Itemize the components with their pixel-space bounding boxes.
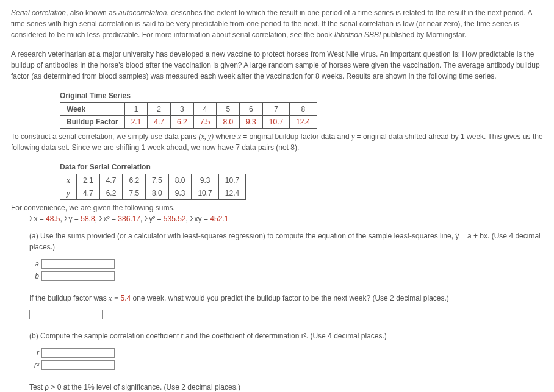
original-time-series-block: Original Time Series Week 1 2 3 4 5 6 7 …: [60, 90, 543, 129]
serial-correlation-table: x 2.1 4.7 6.2 7.5 8.0 9.3 10.7 y 4.7 6.2…: [60, 174, 246, 200]
intro-paragraph-1: Serial correlation, also known as autoco…: [11, 7, 543, 40]
followup-question: If the buildup factor was x = 5.4 one we…: [29, 293, 543, 304]
table-row: y 4.7 6.2 7.5 8.0 9.3 10.7 12.4: [60, 187, 246, 200]
serial-correlation-block: Data for Serial Correlation x 2.1 4.7 6.…: [60, 162, 543, 200]
sums-intro: For convenience, we are given the follow…: [11, 202, 543, 213]
label-b: b: [29, 271, 39, 282]
test-question: Test ρ > 0 at the 1% level of significan…: [29, 382, 543, 392]
input-row-predict: [29, 310, 543, 319]
input-row-r2: r²: [29, 360, 543, 371]
term-autocorrelation: autocorrelation: [118, 9, 167, 17]
table-row: Buildup Factor 2.1 4.7 6.2 7.5 8.0 9.3 1…: [60, 116, 317, 129]
input-r2[interactable]: [41, 360, 115, 370]
part-a-question: (a) Use the sums provided (or a calculat…: [29, 230, 543, 252]
input-row-b: b: [29, 271, 543, 282]
input-b[interactable]: [41, 271, 115, 281]
table2-title: Data for Serial Correlation: [60, 162, 543, 173]
sums-line: Σx = 48.5, Σy = 58.8, Σx² = 386.17, Σy² …: [29, 213, 543, 224]
term-serial-correlation: Serial correlation: [11, 9, 66, 17]
table-row: Week 1 2 3 4 5 6 7 8: [60, 103, 317, 116]
part-b-question: (b) Compute the sample correlation coeff…: [29, 330, 543, 341]
label-r: r: [29, 347, 39, 358]
intro-paragraph-2: A research veterinarian at a major unive…: [11, 49, 543, 82]
original-time-series-table: Week 1 2 3 4 5 6 7 8 Buildup Factor 2.1 …: [60, 102, 317, 129]
input-row-a: a: [29, 258, 543, 269]
table1-title: Original Time Series: [60, 90, 543, 101]
row-header-x: x: [60, 174, 77, 187]
row-header-y: y: [60, 187, 77, 200]
input-predict[interactable]: [29, 310, 103, 319]
row-header-week: Week: [60, 103, 125, 116]
input-r[interactable]: [41, 348, 115, 358]
label-r2: r²: [29, 360, 39, 371]
input-a[interactable]: [41, 259, 115, 269]
book-title: Ibbotson SBBI: [334, 30, 381, 39]
construct-paragraph: To construct a serial correlation, we si…: [11, 131, 543, 153]
row-header-buildup: Buildup Factor: [60, 116, 125, 129]
table-row: x 2.1 4.7 6.2 7.5 8.0 9.3 10.7: [60, 174, 246, 187]
input-row-r: r: [29, 347, 543, 358]
label-a: a: [29, 258, 39, 269]
